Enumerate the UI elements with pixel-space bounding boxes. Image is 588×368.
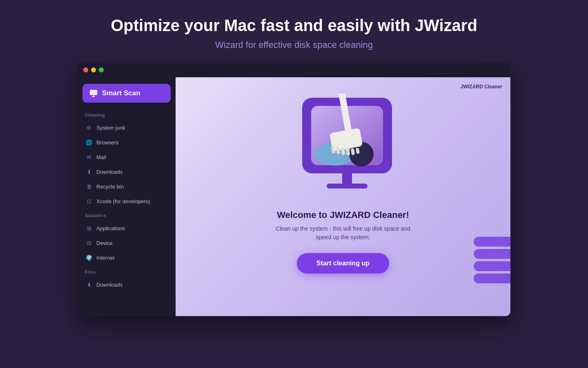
close-button[interactable]	[83, 67, 88, 72]
minimize-button[interactable]	[91, 67, 96, 72]
deco-bar-2	[474, 249, 510, 259]
page-header: Optimize your Mac fast and easily with J…	[0, 0, 588, 58]
files-section-label: Files	[82, 266, 171, 276]
deco-bar-1	[474, 237, 510, 247]
browsers-icon: 🌐	[86, 139, 92, 146]
deco-bar-3	[474, 261, 510, 271]
welcome-title: Welcome to JWIZARD Cleaner!	[276, 210, 410, 220]
sidebar-item-recycle-bin[interactable]: 🗑 Recycle bin	[82, 180, 171, 193]
decorative-bars	[474, 237, 510, 283]
page-subtitle: Wizard for effective disk space cleaning	[8, 40, 580, 50]
svg-rect-14	[327, 184, 368, 188]
sidebar: Smart Scan Cleaning ⚙ System junk 🌐 Brow…	[78, 77, 176, 316]
smart-scan-button[interactable]: Smart Scan	[82, 84, 171, 103]
title-bar	[78, 63, 510, 77]
content-panel: JWIZARD Cleaner	[176, 77, 510, 316]
device-icon: ⊟	[86, 240, 92, 246]
internet-label: Internet	[96, 255, 114, 261]
welcome-desc: Clean up the system - this will free up …	[276, 224, 410, 242]
svg-rect-13	[342, 173, 352, 185]
page-title: Optimize your Mac fast and easily with J…	[8, 16, 580, 35]
start-cleaning-button[interactable]: Start cleaning up	[297, 253, 389, 274]
app-label: JWIZARD Cleaner	[461, 84, 502, 90]
mail-icon: ✉	[86, 154, 92, 160]
sidebar-item-xcode[interactable]: ⊡ Xcode (for developers)	[82, 195, 171, 207]
sidebar-item-internet[interactable]: 🌍 Internet	[82, 251, 171, 264]
sidebar-item-downloads[interactable]: ⬇ Downloads	[82, 166, 171, 178]
sidebar-item-system-junk[interactable]: ⚙ System junk	[82, 121, 171, 134]
monitor-icon	[89, 89, 98, 98]
recycle-bin-icon: 🗑	[86, 183, 92, 190]
applications-label: Applications	[96, 225, 125, 231]
sidebar-item-files-downloads[interactable]: ⬇ Downloads	[82, 278, 171, 291]
browsers-label: Browsers	[96, 139, 118, 146]
maximize-button[interactable]	[99, 67, 104, 72]
illustration-svg	[290, 94, 404, 208]
sidebar-item-applications[interactable]: ⊞ Applications	[82, 222, 171, 234]
svg-rect-0	[90, 90, 97, 95]
files-downloads-label: Downloads	[96, 282, 122, 288]
downloads-label: Downloads	[96, 169, 122, 175]
traffic-lights	[83, 67, 104, 72]
cleaner-illustration	[290, 94, 396, 200]
xcode-label: Xcode (for developers)	[96, 198, 150, 204]
files-downloads-icon: ⬇	[86, 281, 92, 288]
xcode-icon: ⊡	[86, 198, 92, 204]
welcome-section: Welcome to JWIZARD Cleaner! Clean up the…	[276, 210, 410, 242]
system-junk-label: System junk	[96, 125, 125, 131]
sidebar-item-browsers[interactable]: 🌐 Browsers	[82, 136, 171, 148]
deco-bar-4	[474, 274, 510, 283]
statistics-section-label: Statistics	[82, 210, 171, 220]
applications-icon: ⊞	[86, 225, 92, 231]
downloads-icon: ⬇	[86, 168, 92, 175]
sidebar-item-device[interactable]: ⊟ Device	[82, 237, 171, 249]
app-window: Smart Scan Cleaning ⚙ System junk 🌐 Brow…	[78, 63, 510, 316]
internet-icon: 🌍	[86, 254, 92, 261]
recycle-bin-label: Recycle bin	[96, 184, 124, 190]
mail-label: Mail	[96, 154, 106, 160]
smart-scan-label: Smart Scan	[102, 89, 140, 97]
cleaning-section-label: Cleaning	[82, 109, 171, 119]
device-label: Device	[96, 240, 113, 246]
main-content: Smart Scan Cleaning ⚙ System junk 🌐 Brow…	[78, 77, 510, 316]
system-junk-icon: ⚙	[86, 124, 92, 131]
sidebar-item-mail[interactable]: ✉ Mail	[82, 151, 171, 163]
